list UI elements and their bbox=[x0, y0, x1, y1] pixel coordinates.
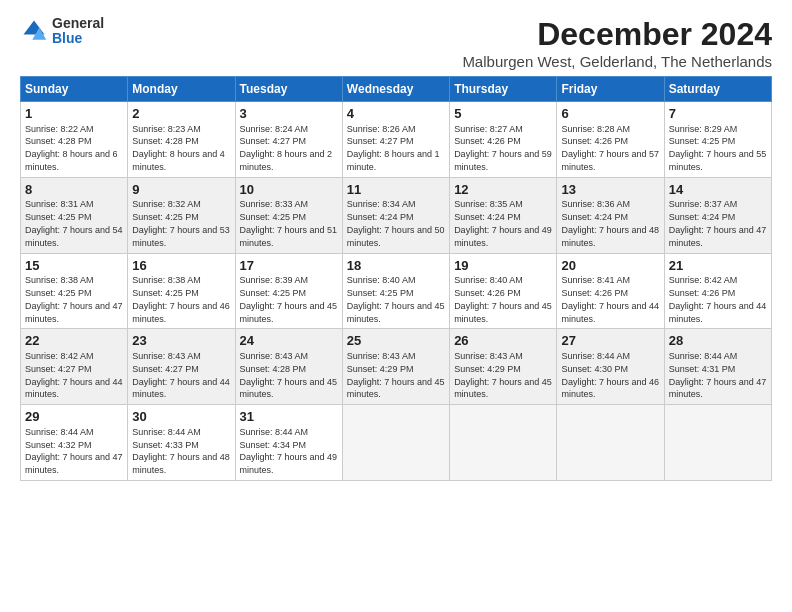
cell-info: Sunrise: 8:42 AMSunset: 4:27 PMDaylight:… bbox=[25, 351, 123, 399]
col-tuesday: Tuesday bbox=[235, 77, 342, 102]
cell-info: Sunrise: 8:31 AMSunset: 4:25 PMDaylight:… bbox=[25, 199, 123, 247]
day-number: 15 bbox=[25, 257, 123, 275]
cell-info: Sunrise: 8:43 AMSunset: 4:28 PMDaylight:… bbox=[240, 351, 338, 399]
day-number: 31 bbox=[240, 408, 338, 426]
calendar-cell: 26Sunrise: 8:43 AMSunset: 4:29 PMDayligh… bbox=[450, 329, 557, 405]
title-area: December 2024 Malburgen West, Gelderland… bbox=[462, 16, 772, 70]
calendar-cell: 24Sunrise: 8:43 AMSunset: 4:28 PMDayligh… bbox=[235, 329, 342, 405]
cell-info: Sunrise: 8:44 AMSunset: 4:34 PMDaylight:… bbox=[240, 427, 338, 475]
day-number: 23 bbox=[132, 332, 230, 350]
header: General Blue December 2024 Malburgen Wes… bbox=[20, 16, 772, 70]
cell-info: Sunrise: 8:24 AMSunset: 4:27 PMDaylight:… bbox=[240, 124, 333, 172]
cell-info: Sunrise: 8:35 AMSunset: 4:24 PMDaylight:… bbox=[454, 199, 552, 247]
cell-info: Sunrise: 8:44 AMSunset: 4:31 PMDaylight:… bbox=[669, 351, 767, 399]
cell-info: Sunrise: 8:23 AMSunset: 4:28 PMDaylight:… bbox=[132, 124, 225, 172]
calendar-body: 1Sunrise: 8:22 AMSunset: 4:28 PMDaylight… bbox=[21, 102, 772, 481]
day-number: 17 bbox=[240, 257, 338, 275]
cell-info: Sunrise: 8:43 AMSunset: 4:29 PMDaylight:… bbox=[454, 351, 552, 399]
header-row: Sunday Monday Tuesday Wednesday Thursday… bbox=[21, 77, 772, 102]
week-row-2: 8Sunrise: 8:31 AMSunset: 4:25 PMDaylight… bbox=[21, 177, 772, 253]
cell-info: Sunrise: 8:43 AMSunset: 4:27 PMDaylight:… bbox=[132, 351, 230, 399]
calendar-cell: 11Sunrise: 8:34 AMSunset: 4:24 PMDayligh… bbox=[342, 177, 449, 253]
day-number: 10 bbox=[240, 181, 338, 199]
cell-info: Sunrise: 8:29 AMSunset: 4:25 PMDaylight:… bbox=[669, 124, 767, 172]
cell-info: Sunrise: 8:44 AMSunset: 4:30 PMDaylight:… bbox=[561, 351, 659, 399]
logo-text: General Blue bbox=[52, 16, 104, 47]
day-number: 11 bbox=[347, 181, 445, 199]
day-number: 9 bbox=[132, 181, 230, 199]
cell-info: Sunrise: 8:44 AMSunset: 4:33 PMDaylight:… bbox=[132, 427, 230, 475]
day-number: 29 bbox=[25, 408, 123, 426]
calendar-cell: 16Sunrise: 8:38 AMSunset: 4:25 PMDayligh… bbox=[128, 253, 235, 329]
main-title: December 2024 bbox=[462, 16, 772, 53]
calendar-cell: 1Sunrise: 8:22 AMSunset: 4:28 PMDaylight… bbox=[21, 102, 128, 178]
cell-info: Sunrise: 8:38 AMSunset: 4:25 PMDaylight:… bbox=[25, 275, 123, 323]
day-number: 16 bbox=[132, 257, 230, 275]
calendar-cell: 10Sunrise: 8:33 AMSunset: 4:25 PMDayligh… bbox=[235, 177, 342, 253]
calendar-cell: 2Sunrise: 8:23 AMSunset: 4:28 PMDaylight… bbox=[128, 102, 235, 178]
calendar-cell: 7Sunrise: 8:29 AMSunset: 4:25 PMDaylight… bbox=[664, 102, 771, 178]
day-number: 27 bbox=[561, 332, 659, 350]
calendar-cell: 13Sunrise: 8:36 AMSunset: 4:24 PMDayligh… bbox=[557, 177, 664, 253]
cell-info: Sunrise: 8:42 AMSunset: 4:26 PMDaylight:… bbox=[669, 275, 767, 323]
week-row-1: 1Sunrise: 8:22 AMSunset: 4:28 PMDaylight… bbox=[21, 102, 772, 178]
calendar-cell: 25Sunrise: 8:43 AMSunset: 4:29 PMDayligh… bbox=[342, 329, 449, 405]
calendar-cell: 6Sunrise: 8:28 AMSunset: 4:26 PMDaylight… bbox=[557, 102, 664, 178]
day-number: 14 bbox=[669, 181, 767, 199]
cell-info: Sunrise: 8:36 AMSunset: 4:24 PMDaylight:… bbox=[561, 199, 659, 247]
day-number: 18 bbox=[347, 257, 445, 275]
logo-general: General bbox=[52, 16, 104, 31]
calendar-cell: 17Sunrise: 8:39 AMSunset: 4:25 PMDayligh… bbox=[235, 253, 342, 329]
calendar-cell bbox=[664, 405, 771, 481]
col-monday: Monday bbox=[128, 77, 235, 102]
calendar-cell: 14Sunrise: 8:37 AMSunset: 4:24 PMDayligh… bbox=[664, 177, 771, 253]
day-number: 8 bbox=[25, 181, 123, 199]
cell-info: Sunrise: 8:39 AMSunset: 4:25 PMDaylight:… bbox=[240, 275, 338, 323]
calendar-cell bbox=[450, 405, 557, 481]
day-number: 3 bbox=[240, 105, 338, 123]
day-number: 25 bbox=[347, 332, 445, 350]
day-number: 21 bbox=[669, 257, 767, 275]
col-friday: Friday bbox=[557, 77, 664, 102]
day-number: 22 bbox=[25, 332, 123, 350]
cell-info: Sunrise: 8:40 AMSunset: 4:26 PMDaylight:… bbox=[454, 275, 552, 323]
logo-icon bbox=[20, 17, 48, 45]
day-number: 5 bbox=[454, 105, 552, 123]
calendar-cell: 5Sunrise: 8:27 AMSunset: 4:26 PMDaylight… bbox=[450, 102, 557, 178]
calendar-cell: 21Sunrise: 8:42 AMSunset: 4:26 PMDayligh… bbox=[664, 253, 771, 329]
day-number: 26 bbox=[454, 332, 552, 350]
cell-info: Sunrise: 8:38 AMSunset: 4:25 PMDaylight:… bbox=[132, 275, 230, 323]
calendar-cell: 22Sunrise: 8:42 AMSunset: 4:27 PMDayligh… bbox=[21, 329, 128, 405]
subtitle: Malburgen West, Gelderland, The Netherla… bbox=[462, 53, 772, 70]
calendar-cell: 9Sunrise: 8:32 AMSunset: 4:25 PMDaylight… bbox=[128, 177, 235, 253]
cell-info: Sunrise: 8:40 AMSunset: 4:25 PMDaylight:… bbox=[347, 275, 445, 323]
calendar-cell: 29Sunrise: 8:44 AMSunset: 4:32 PMDayligh… bbox=[21, 405, 128, 481]
col-thursday: Thursday bbox=[450, 77, 557, 102]
day-number: 13 bbox=[561, 181, 659, 199]
cell-info: Sunrise: 8:27 AMSunset: 4:26 PMDaylight:… bbox=[454, 124, 552, 172]
calendar-cell: 8Sunrise: 8:31 AMSunset: 4:25 PMDaylight… bbox=[21, 177, 128, 253]
cell-info: Sunrise: 8:44 AMSunset: 4:32 PMDaylight:… bbox=[25, 427, 123, 475]
day-number: 4 bbox=[347, 105, 445, 123]
calendar-cell: 31Sunrise: 8:44 AMSunset: 4:34 PMDayligh… bbox=[235, 405, 342, 481]
day-number: 1 bbox=[25, 105, 123, 123]
logo-blue: Blue bbox=[52, 31, 104, 46]
day-number: 12 bbox=[454, 181, 552, 199]
week-row-5: 29Sunrise: 8:44 AMSunset: 4:32 PMDayligh… bbox=[21, 405, 772, 481]
cell-info: Sunrise: 8:22 AMSunset: 4:28 PMDaylight:… bbox=[25, 124, 118, 172]
calendar-cell: 4Sunrise: 8:26 AMSunset: 4:27 PMDaylight… bbox=[342, 102, 449, 178]
calendar-cell: 15Sunrise: 8:38 AMSunset: 4:25 PMDayligh… bbox=[21, 253, 128, 329]
calendar-cell bbox=[342, 405, 449, 481]
calendar-cell: 18Sunrise: 8:40 AMSunset: 4:25 PMDayligh… bbox=[342, 253, 449, 329]
calendar-table: Sunday Monday Tuesday Wednesday Thursday… bbox=[20, 76, 772, 481]
col-wednesday: Wednesday bbox=[342, 77, 449, 102]
calendar-cell: 3Sunrise: 8:24 AMSunset: 4:27 PMDaylight… bbox=[235, 102, 342, 178]
day-number: 20 bbox=[561, 257, 659, 275]
cell-info: Sunrise: 8:37 AMSunset: 4:24 PMDaylight:… bbox=[669, 199, 767, 247]
cell-info: Sunrise: 8:33 AMSunset: 4:25 PMDaylight:… bbox=[240, 199, 338, 247]
cell-info: Sunrise: 8:43 AMSunset: 4:29 PMDaylight:… bbox=[347, 351, 445, 399]
col-sunday: Sunday bbox=[21, 77, 128, 102]
cell-info: Sunrise: 8:34 AMSunset: 4:24 PMDaylight:… bbox=[347, 199, 445, 247]
calendar-cell: 23Sunrise: 8:43 AMSunset: 4:27 PMDayligh… bbox=[128, 329, 235, 405]
day-number: 7 bbox=[669, 105, 767, 123]
